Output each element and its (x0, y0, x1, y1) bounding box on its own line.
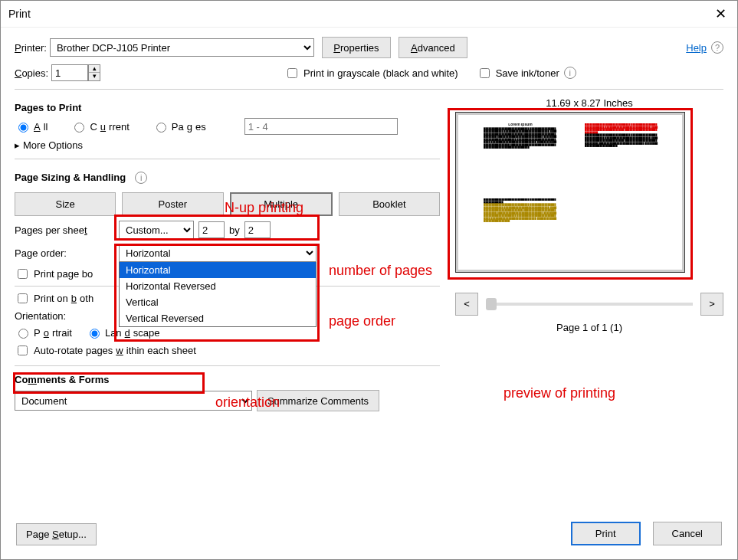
order-option-vertical[interactable]: Vertical (120, 294, 316, 310)
autorotate-checkbox[interactable]: Auto-rotate pages within each sheet (15, 343, 196, 358)
tab-booklet[interactable]: Booklet (339, 192, 440, 216)
landscape-radio[interactable]: Landscape (86, 326, 160, 339)
titlebar: Print ✕ (1, 1, 737, 28)
copies-spinner[interactable]: ▴▾ (88, 64, 100, 81)
preview-next-button[interactable]: > (700, 293, 723, 316)
grayscale-checkbox[interactable]: Print in grayscale (black and white) (284, 66, 458, 80)
pages-to-print-title: Pages to Print (15, 102, 440, 113)
cancel-button[interactable]: Cancel (653, 522, 722, 545)
help-info-icon[interactable]: ? (711, 41, 723, 54)
properties-button[interactable]: Properties (322, 37, 391, 58)
order-dropdown-list: Horizontal Horizontal Reversed Vertical … (119, 262, 317, 327)
sizing-title: Page Sizing & Handling (15, 172, 126, 183)
tab-size[interactable]: Size (15, 192, 116, 216)
pps-cols-input[interactable] (198, 221, 225, 238)
order-label: Page order: (15, 247, 114, 259)
printer-label: Printer: (15, 42, 47, 54)
preview-page-of: Page 1 of 1 (1) (455, 322, 723, 333)
advanced-button[interactable]: Advanced (399, 37, 467, 58)
summarize-comments-button[interactable]: Summarize Comments (257, 390, 379, 411)
print-button[interactable]: Print (571, 522, 641, 545)
page-setup-button[interactable]: Page Setup... (16, 523, 97, 545)
print-dialog: Print ✕ Printer: Brother DCP-J105 Printe… (0, 0, 738, 560)
pps-label: Pages per sheet (15, 224, 114, 236)
help-link[interactable]: Help (686, 42, 707, 54)
pages-range-input[interactable] (244, 118, 398, 135)
order-option-horizontal[interactable]: Horizontal (120, 262, 316, 278)
printer-select[interactable]: Brother DCP-J105 Printer (50, 38, 314, 57)
saveink-info-icon: i (564, 67, 576, 79)
order-option-horizontal-reversed[interactable]: Horizontal Reversed (120, 278, 316, 294)
pages-current-radio[interactable]: Current (71, 120, 129, 133)
order-select[interactable]: Horizontal (119, 244, 317, 262)
pps-by-label: by (229, 224, 240, 236)
window-title: Print (8, 8, 31, 20)
copies-input[interactable] (51, 64, 88, 81)
order-option-vertical-reversed[interactable]: Vertical Reversed (120, 310, 316, 326)
tab-multiple[interactable]: Multiple (230, 192, 333, 216)
pages-range-radio[interactable]: Pages (153, 120, 206, 133)
both-sides-checkbox[interactable]: Print on both (15, 291, 93, 306)
comments-select[interactable]: Document (15, 391, 252, 411)
pps-rows-input[interactable] (244, 221, 271, 238)
preview-dimensions: 11.69 x 8.27 Inches (455, 97, 723, 109)
preview-prev-button[interactable]: < (455, 293, 478, 316)
close-icon[interactable]: ✕ (712, 5, 730, 22)
preview-slider[interactable] (486, 303, 693, 306)
sizing-info-icon: i (135, 172, 147, 184)
print-border-checkbox[interactable]: Print page bo (15, 267, 93, 281)
tab-poster[interactable]: Poster (122, 192, 223, 216)
pages-all-radio[interactable]: All (15, 120, 48, 133)
portrait-radio[interactable]: Portrait (15, 326, 72, 339)
copies-label: Copies: (15, 67, 48, 79)
pps-select[interactable]: Custom... (119, 221, 194, 239)
more-options-expander[interactable]: ▸More Options (15, 139, 440, 151)
saveink-checkbox[interactable]: Save ink/toner (477, 66, 559, 80)
orientation-label: Orientation: (15, 310, 66, 322)
print-preview: Lorem Ipsum ████████████████████████████… (455, 112, 685, 273)
comments-title: Comments & Forms (15, 374, 440, 385)
